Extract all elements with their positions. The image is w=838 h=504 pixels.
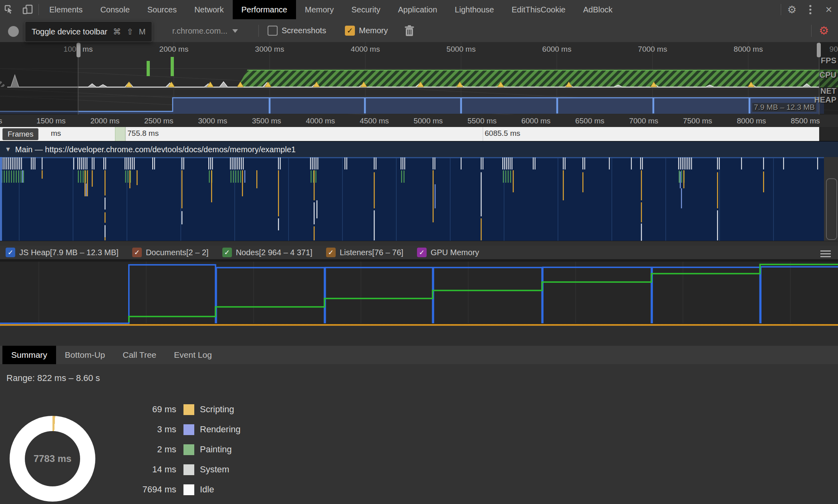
legend-row-system: 14 msSystem — [108, 460, 241, 480]
shift-key-glyph: ⇧ — [127, 27, 133, 36]
toggle-device-toolbar-icon[interactable] — [18, 0, 37, 19]
legend-row-rendering: 3 msRendering — [108, 419, 241, 439]
overview-label-cpu: CPU — [820, 71, 836, 80]
screenshots-label: Screenshots — [282, 26, 326, 35]
collapse-triangle-icon[interactable]: ▼ — [5, 146, 11, 153]
timeline-overview[interactable]: 1000 ms2000 ms3000 ms4000 ms5000 ms6000 … — [0, 42, 838, 115]
overview-label-net: NET — [820, 87, 836, 96]
tab-summary[interactable]: Summary — [2, 346, 56, 364]
legend-label: System — [200, 464, 229, 475]
tab-editthiscookie[interactable]: EditThisCookie — [503, 0, 574, 19]
tab-event-log[interactable]: Event Log — [165, 346, 221, 364]
empty-track-strip — [0, 326, 838, 346]
frames-dim-region — [819, 127, 838, 141]
frame-boundary — [125, 127, 126, 141]
memory-label: Memory — [359, 26, 388, 35]
capture-settings-gear-icon[interactable]: ⚙ — [819, 24, 829, 37]
ruler-tick-label: 4500 ms — [360, 117, 389, 125]
memory-counters-chart[interactable] — [0, 259, 838, 326]
settings-gear-icon[interactable]: ⚙ — [783, 0, 801, 19]
inspect-element-icon[interactable] — [0, 0, 18, 19]
tab-network[interactable]: Network — [185, 0, 232, 19]
tab-memory[interactable]: Memory — [296, 0, 342, 19]
checkbox-unchecked-icon — [268, 26, 278, 36]
overview-chart: 1000 ms2000 ms3000 ms4000 ms5000 ms6000 … — [0, 42, 838, 115]
ruler-tick-label: 4000 ms — [306, 117, 335, 125]
tooltip-label: Toggle device toolbar — [32, 27, 107, 36]
svg-text:7000 ms: 7000 ms — [638, 45, 667, 53]
frames-track-badge: Frames — [2, 128, 38, 140]
frame-duration-partial: ms — [51, 129, 61, 138]
legend-value: 69 ms — [108, 404, 176, 415]
tab-performance[interactable]: Performance — [233, 0, 296, 19]
tab-call-tree[interactable]: Call Tree — [114, 346, 165, 364]
legend-row-idle: 7694 msIdle — [108, 480, 241, 500]
page-url-select[interactable]: r.chrome.com... — [172, 26, 238, 36]
tab-application[interactable]: Application — [389, 0, 446, 19]
tab-adblock[interactable]: AdBlock — [574, 0, 621, 19]
tab-bottom-up[interactable]: Bottom-Up — [56, 346, 114, 364]
chevron-down-icon — [232, 29, 238, 33]
ruler-tick-label: 3500 ms — [252, 117, 281, 125]
counter-toggle-js-heap[interactable]: ✓JS Heap[7.9 MB – 12.3 MB] — [6, 248, 119, 257]
main-track-header[interactable]: ▼ Main — https://developer.chrome.com/de… — [0, 141, 838, 157]
toolbar-separator — [38, 4, 39, 15]
counter-toggle-documents[interactable]: ✓Documents[2 – 2] — [132, 248, 209, 257]
record-button[interactable] — [8, 26, 19, 37]
counter-label: GPU Memory — [431, 248, 479, 257]
more-options-icon[interactable] — [801, 0, 820, 19]
frame-duration-label: 6085.5 ms — [485, 129, 520, 138]
frame-duration-label: 755.8 ms — [127, 129, 159, 138]
counter-label: JS Heap[7.9 MB – 12.3 MB] — [19, 248, 119, 257]
clear-trash-icon[interactable] — [404, 25, 415, 37]
legend-label: Scripting — [200, 404, 234, 415]
tab-lighthouse[interactable]: Lighthouse — [446, 0, 503, 19]
tab-sources[interactable]: Sources — [139, 0, 185, 19]
counter-toggle-gpu-memory[interactable]: ✓GPU Memory — [417, 248, 479, 257]
donut-total-label: 7783 ms — [25, 431, 80, 486]
checkbox-checked-icon: ✓ — [132, 248, 142, 257]
panel-tabs: ElementsConsoleSourcesNetworkPerformance… — [40, 0, 621, 19]
frames-track[interactable]: Frames ms 755.8 ms6085.5 ms — [0, 127, 838, 141]
svg-text:5000 ms: 5000 ms — [447, 45, 476, 53]
close-devtools-icon[interactable]: × — [820, 0, 838, 19]
range-label: Range: 822 ms – 8.60 s — [6, 373, 100, 383]
ruler-tick-label: 5000 ms — [413, 117, 443, 125]
tab-console[interactable]: Console — [91, 0, 138, 19]
ruler-tick-label: 8000 ms — [737, 117, 766, 125]
legend-value: 2 ms — [108, 444, 176, 455]
legend-row-scripting: 69 msScripting — [108, 399, 241, 419]
toolbar-separator — [811, 25, 812, 37]
overview-right-handle — [817, 43, 821, 57]
legend-swatch — [183, 484, 194, 495]
svg-text:8000 ms: 8000 ms — [734, 45, 763, 53]
legend-swatch — [183, 404, 194, 415]
vertical-scrollbar-thumb[interactable] — [826, 178, 837, 240]
checkbox-checked-icon: ✓ — [6, 248, 15, 257]
flame-chart-canvas — [0, 157, 824, 241]
legend-row-painting: 2 msPainting — [108, 439, 241, 460]
devtools-tabbar: ElementsConsoleSourcesNetworkPerformance… — [0, 0, 838, 20]
tabbar-right-controls: ⚙ × — [779, 0, 838, 19]
m-key-glyph: M — [139, 27, 146, 36]
counter-toggle-nodes[interactable]: ✓Nodes[2 964 – 4 371] — [222, 248, 312, 257]
memory-checkbox[interactable]: ✓ Memory — [345, 26, 388, 36]
legend-value: 14 ms — [108, 464, 176, 475]
page-url-text: r.chrome.com... — [172, 26, 228, 36]
ruler-tick-label: 1500 ms — [36, 117, 66, 125]
screenshots-checkbox[interactable]: Screenshots — [268, 26, 326, 36]
timeline-ruler: ms1500 ms2000 ms2500 ms3000 ms3500 ms400… — [0, 115, 838, 127]
ruler-tick-label: 7000 ms — [629, 117, 658, 125]
ruler-tick-label: 6000 ms — [521, 117, 550, 125]
counter-label: Documents[2 – 2] — [146, 248, 209, 257]
main-flame-chart[interactable] — [0, 157, 838, 241]
ruler-tick-label: 8500 ms — [791, 117, 820, 125]
frame-block[interactable] — [115, 127, 125, 141]
legend-value: 7694 ms — [108, 484, 176, 495]
legend-swatch — [183, 464, 194, 475]
tab-elements[interactable]: Elements — [40, 0, 91, 19]
ruler-tick-label: 6500 ms — [575, 117, 604, 125]
counter-toggle-listeners[interactable]: ✓Listeners[76 – 76] — [326, 248, 403, 257]
hamburger-menu-icon[interactable] — [820, 249, 831, 259]
tab-security[interactable]: Security — [342, 0, 389, 19]
